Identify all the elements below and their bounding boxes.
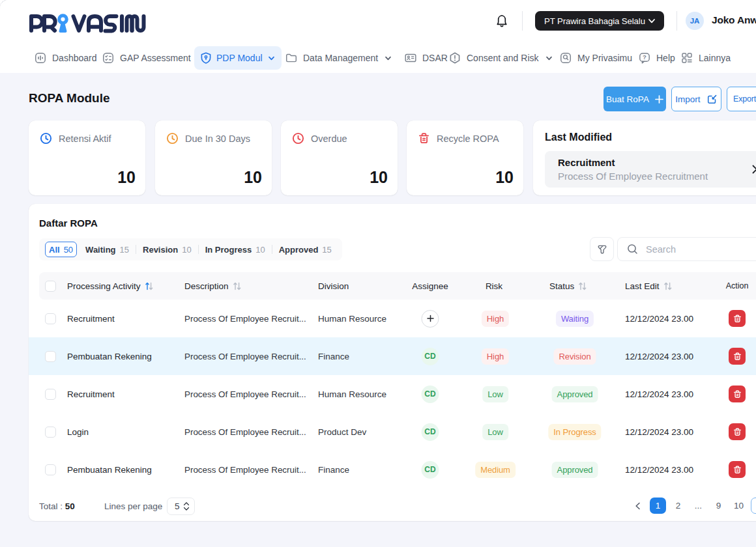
page-button-9[interactable]: 9 — [710, 498, 727, 514]
help-bubble-icon: ? — [638, 51, 651, 64]
stat-card-recycle-ropa[interactable]: Recycle ROPA 10 — [407, 120, 523, 195]
cell-processing-activity: Pembuatan Rekening — [67, 451, 152, 488]
import-label: Import — [675, 94, 700, 104]
checkbox[interactable] — [45, 389, 56, 400]
table-header: Processing ActivityDescriptionDivisionAs… — [39, 272, 756, 300]
import-button[interactable]: Import — [671, 87, 721, 111]
status-badge: Revision — [553, 348, 596, 365]
cell-assignee: CD — [422, 375, 439, 413]
assignee-avatar[interactable]: CD — [422, 461, 439, 479]
column-header-description[interactable]: Description — [184, 272, 242, 300]
column-header-division: Division — [318, 272, 349, 300]
tab-all[interactable]: All50 — [45, 242, 77, 257]
trash-icon — [417, 132, 431, 145]
column-label: Processing Activity — [67, 281, 141, 291]
nav-item-my-privasimu[interactable]: My Privasimu — [559, 46, 632, 70]
export-button[interactable]: Export — [727, 87, 756, 111]
buat-ropa-button[interactable]: Buat RoPA — [603, 87, 666, 111]
column-header-processing-activity[interactable]: Processing Activity — [67, 272, 154, 300]
tab-label: Approved — [279, 245, 319, 255]
stat-head: Recycle ROPA — [417, 132, 499, 145]
lines-per-page-select[interactable]: 5 — [167, 498, 195, 515]
cell-description: Process Of Employee Recruit... — [184, 337, 306, 375]
chevron-down-icon — [267, 54, 276, 63]
stat-card-overdue[interactable]: Overdue 10 — [281, 120, 398, 195]
buat-ropa-label: Buat RoPA — [606, 94, 649, 104]
select-all-checkbox[interactable] — [45, 272, 56, 300]
column-header-last-edit[interactable]: Last Edit — [625, 272, 673, 300]
page-button-1[interactable]: 1 — [650, 498, 666, 514]
stat-card-due-in-30-days[interactable]: Due In 30 Days 10 — [155, 120, 272, 195]
assignee-avatar[interactable]: CD — [422, 423, 439, 441]
lines-per-page-value: 5 — [175, 501, 180, 511]
prev-page-button[interactable] — [630, 498, 646, 514]
divider — [676, 11, 677, 31]
tab-approved[interactable]: Approved15 — [272, 242, 338, 257]
tab-waiting[interactable]: Waiting15 — [79, 242, 136, 257]
checkbox[interactable] — [45, 351, 56, 362]
nav-item-data-management[interactable]: Data Management — [285, 46, 392, 70]
cell-status: Waiting — [556, 300, 594, 337]
assignee-avatar[interactable]: CD — [422, 348, 439, 365]
chevron-down-icon — [545, 54, 553, 63]
nav-item-help[interactable]: ?Help — [638, 46, 675, 70]
stat-value: 10 — [495, 168, 514, 187]
add-assignee-button[interactable] — [422, 310, 439, 328]
page-button-10[interactable]: 10 — [731, 498, 747, 514]
filter-button[interactable] — [590, 237, 614, 261]
cell-risk: High — [482, 337, 509, 375]
stat-value: 10 — [117, 168, 136, 187]
total-count: Total : 50 — [39, 501, 75, 511]
delete-button[interactable] — [729, 310, 746, 327]
nav-item-pdp-modul[interactable]: PDP Modul — [194, 46, 282, 70]
last-modified-item[interactable]: Recruitment Process Of Employee Recruitm… — [545, 151, 756, 188]
user-name: Joko Anwar — [712, 14, 756, 26]
delete-button[interactable] — [729, 423, 746, 440]
tab-count: 10 — [182, 245, 191, 255]
nav-item-lainnya[interactable]: Lainnya — [680, 46, 731, 70]
row-checkbox-cell — [45, 375, 56, 413]
nav-label-help: Help — [656, 53, 675, 63]
nav-item-gap-assessment[interactable]: GAP Assessment — [102, 46, 191, 70]
tab-count: 15 — [120, 245, 129, 255]
row-checkbox-cell — [45, 337, 56, 375]
stat-card-retensi-aktif[interactable]: Retensi Aktif 10 — [29, 120, 145, 195]
cell-processing-activity: Login — [67, 413, 89, 451]
assignee-avatar[interactable]: CD — [422, 386, 439, 403]
checkbox[interactable] — [45, 427, 56, 438]
stat-value: 10 — [244, 168, 262, 187]
stat-label: Recycle ROPA — [437, 133, 499, 144]
notification-bell-icon[interactable] — [494, 13, 510, 29]
nav-item-consent-and-risk[interactable]: Consent and Risk — [448, 46, 553, 70]
risk-badge: Low — [482, 386, 508, 402]
avatar[interactable]: JA — [686, 12, 704, 30]
next-page-button[interactable] — [751, 498, 756, 514]
delete-button[interactable] — [729, 461, 746, 478]
checkbox[interactable] — [45, 464, 56, 475]
search-input[interactable] — [646, 244, 750, 255]
page-button-2[interactable]: 2 — [670, 498, 686, 514]
cell-last-edit: 12/12/2024 23.00 — [625, 375, 693, 413]
search-icon — [626, 243, 639, 255]
nav-item-dashboard[interactable]: Dashboard — [34, 46, 97, 70]
stat-label: Due In 30 Days — [185, 133, 250, 144]
tab-revision[interactable]: Revision10 — [136, 242, 198, 257]
checkbox[interactable] — [45, 313, 56, 324]
delete-button[interactable] — [729, 348, 746, 365]
risk-badge: High — [482, 348, 509, 365]
delete-button[interactable] — [729, 386, 746, 402]
nav-item-dsar[interactable]: DSAR — [404, 46, 448, 70]
search-box — [617, 237, 756, 261]
checkbox[interactable] — [45, 281, 56, 292]
tab-in-progress[interactable]: In Progress10 — [199, 242, 272, 257]
cell-description: Process Of Employee Recruit... — [184, 300, 306, 337]
cell-risk: Low — [482, 375, 508, 413]
nav-label-dashboard: Dashboard — [52, 53, 97, 63]
tab-count: 15 — [322, 245, 331, 255]
cell-status: Revision — [553, 337, 596, 375]
column-header-status[interactable]: Status — [549, 272, 588, 300]
row-checkbox-cell — [45, 413, 56, 451]
company-selector[interactable]: PT Prawira Bahagia Selalu — [535, 11, 664, 31]
sort-icon — [663, 281, 673, 292]
export-label: Export — [733, 94, 756, 104]
